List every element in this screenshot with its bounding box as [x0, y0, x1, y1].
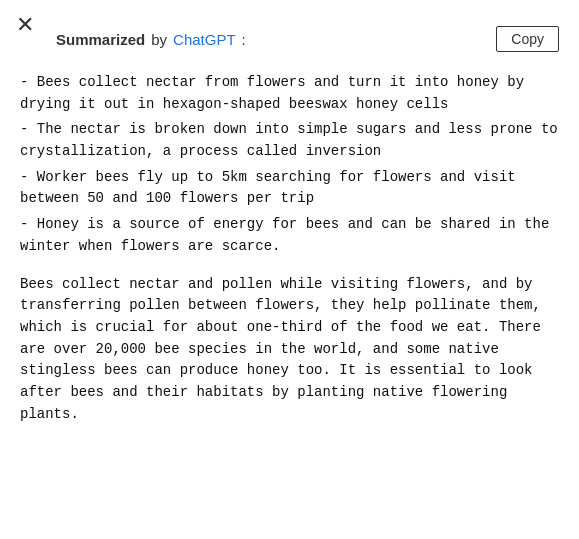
summary-paragraph: Bees collect nectar and pollen while vis… — [20, 274, 559, 426]
bullet-line-3: - Worker bees fly up to 5km searching fo… — [20, 167, 559, 210]
by-text: by — [151, 31, 167, 48]
bullet-line-1: - Bees collect nectar from flowers and t… — [20, 72, 559, 115]
close-icon: ✕ — [16, 12, 34, 37]
paragraph-section: Bees collect nectar and pollen while vis… — [20, 274, 559, 426]
bullet-section: - Bees collect nectar from flowers and t… — [20, 72, 559, 258]
header-left: Summarized by ChatGPT: — [56, 31, 246, 48]
summarized-label: Summarized — [56, 31, 145, 48]
colon: : — [242, 31, 246, 48]
summary-container: ✕ Summarized by ChatGPT: Copy - Bees col… — [0, 0, 579, 539]
content-area: - Bees collect nectar from flowers and t… — [20, 72, 559, 425]
header: Summarized by ChatGPT: Copy — [20, 24, 559, 52]
bullet-line-4: - Honey is a source of energy for bees a… — [20, 214, 559, 257]
chatgpt-link[interactable]: ChatGPT — [173, 31, 236, 48]
close-button[interactable]: ✕ — [16, 14, 34, 36]
bullet-line-2: - The nectar is broken down into simple … — [20, 119, 559, 162]
copy-button[interactable]: Copy — [496, 26, 559, 52]
